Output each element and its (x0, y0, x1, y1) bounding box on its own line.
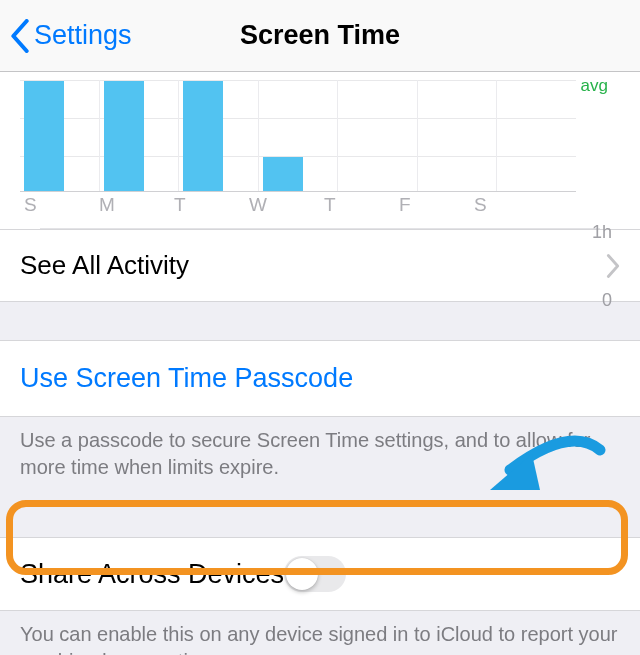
use-passcode[interactable]: Use Screen Time Passcode (0, 341, 640, 416)
y-tick-0: 0 (602, 290, 612, 311)
back-button[interactable]: Settings (0, 19, 132, 53)
chart-slot (417, 80, 497, 191)
see-all-label: See All Activity (20, 250, 189, 281)
x-tick: M (95, 194, 170, 216)
share-label: Share Across Devices (20, 559, 284, 590)
chart-bar (24, 81, 64, 191)
chart-grid: avg (20, 80, 576, 192)
nav-bar: Settings Screen Time (0, 0, 640, 72)
y-tick-1h: 1h (592, 222, 612, 243)
chart-slot (258, 80, 338, 191)
chart-slot (496, 80, 576, 191)
x-tick: S (470, 194, 545, 216)
usage-chart: avg 1h 0 SMTWTFS (0, 72, 640, 230)
chevron-right-icon (606, 254, 620, 278)
use-passcode-label: Use Screen Time Passcode (20, 363, 353, 394)
x-tick: T (320, 194, 395, 216)
share-footer: You can enable this on any device signed… (0, 611, 640, 655)
back-label: Settings (34, 20, 132, 51)
x-tick: W (245, 194, 320, 216)
chart-avg-label: avg (581, 76, 608, 96)
chevron-left-icon (10, 19, 30, 53)
chart-slot (99, 80, 179, 191)
share-across-devices[interactable]: Share Across Devices (0, 537, 640, 611)
chart-slot (178, 80, 258, 191)
x-tick: F (395, 194, 470, 216)
chart-bar (104, 81, 144, 191)
chart-slot (20, 80, 99, 191)
toggle-knob (286, 558, 318, 590)
chart-x-axis: SMTWTFS (20, 192, 620, 228)
x-tick: S (20, 194, 95, 216)
chart-bar (183, 81, 223, 191)
passcode-footer: Use a passcode to secure Screen Time set… (0, 417, 640, 499)
see-all-activity[interactable]: See All Activity (0, 230, 640, 301)
chart-slot (337, 80, 417, 191)
x-tick: T (170, 194, 245, 216)
share-toggle[interactable] (284, 556, 346, 592)
chart-bar (263, 157, 303, 191)
